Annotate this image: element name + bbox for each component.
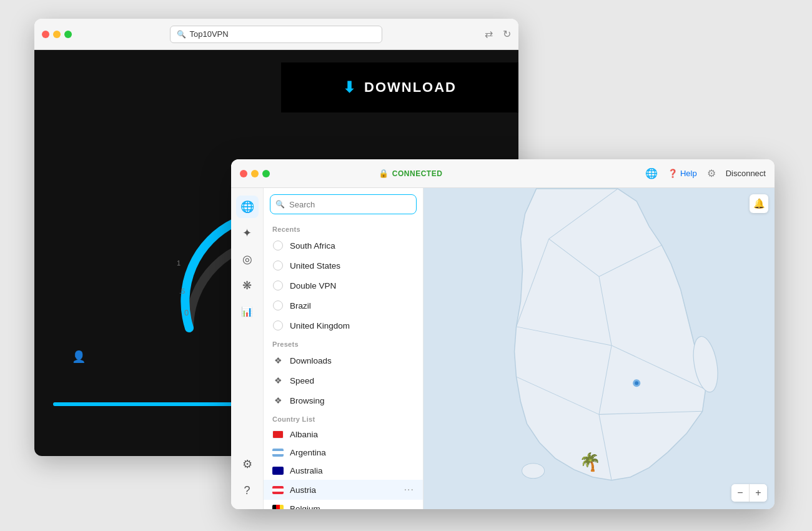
address-bar[interactable]: 🔍 Top10VPN (170, 26, 382, 43)
bell-icon: 🔔 (753, 198, 765, 209)
address-text: Top10VPN (190, 29, 229, 39)
translate-icon[interactable]: ⇄ (485, 28, 493, 40)
svg-text:0: 0 (184, 308, 189, 317)
reload-icon[interactable]: ↻ (503, 28, 511, 40)
vpn-titlebar: 🔒 CONNECTED 🌐 ❓ Help ⚙ Disconnect (231, 159, 775, 188)
country-name: Austria (290, 485, 316, 495)
sidebar-item-help[interactable]: ? (236, 479, 259, 502)
presets-label: Presets (264, 335, 423, 350)
recent-south-africa[interactable]: South Africa (264, 236, 423, 256)
vpn-traffic-lights (240, 170, 270, 177)
user-icon: 👤 (72, 350, 86, 364)
preset-speed[interactable]: ❖ Speed (264, 370, 423, 390)
sidebar-item-settings[interactable]: ⚙ (236, 453, 259, 475)
country-list-scroll: Recents South Africa United States Doubl… (264, 221, 423, 509)
country-albania[interactable]: Albania (264, 425, 423, 444)
sidebar-item-target[interactable]: ◎ (236, 248, 259, 270)
country-austria[interactable]: Austria ··· (264, 480, 423, 500)
settings-nav-icon: ⚙ (242, 457, 252, 471)
help-label: Help (680, 169, 697, 178)
svg-text:🌴: 🌴 (579, 451, 602, 472)
vpn-close-btn[interactable] (240, 170, 247, 177)
recent-icon-sa (272, 240, 284, 251)
more-options-icon[interactable]: ··· (404, 484, 414, 495)
recent-item-label: South Africa (290, 241, 335, 251)
preset-speed-icon: ❖ (272, 375, 284, 386)
sidebar-icons: 🌐 ✦ ◎ ❋ 📊 ⚙ ? (231, 188, 264, 509)
recent-uk[interactable]: United Kingdom (264, 315, 423, 335)
country-name: Belgium (290, 504, 320, 509)
country-list-label: Country List (264, 410, 423, 425)
globe-nav-icon: 🌐 (240, 200, 254, 214)
svg-point-15 (635, 381, 638, 385)
search-icon: 🔍 (275, 200, 285, 209)
download-label: DOWNLOAD (364, 79, 457, 96)
zoom-in-button[interactable]: + (750, 484, 767, 502)
recent-item-label: United States (290, 261, 340, 270)
back-minimize-btn[interactable] (53, 31, 61, 38)
svg-text:.5: .5 (179, 287, 185, 295)
svg-text:1: 1 (177, 259, 181, 267)
vpn-body: 🌐 ✦ ◎ ❋ 📊 ⚙ ? 🔍 (231, 188, 775, 509)
country-belgium[interactable]: Belgium (264, 500, 423, 509)
sidebar-item-nodes[interactable]: ✦ (236, 222, 259, 244)
help-nav-icon: ? (244, 484, 250, 497)
svg-point-12 (522, 464, 545, 479)
flag-belgium (272, 505, 284, 509)
vpn-maximize-btn[interactable] (262, 170, 270, 177)
recent-icon-uk (272, 320, 284, 331)
recent-united-states[interactable]: United States (264, 256, 423, 275)
back-close-btn[interactable] (42, 31, 49, 38)
map-svg: 🌴 (423, 188, 775, 509)
map-area: 🌴 🔔 − + (423, 188, 775, 509)
download-icon: ⬇ (343, 79, 357, 96)
recent-item-label: Brazil (290, 301, 311, 310)
sidebar-item-globe[interactable]: 🌐 (236, 196, 259, 218)
disconnect-button[interactable]: Disconnect (726, 167, 766, 179)
recent-icon-us (272, 260, 284, 271)
download-banner: ⬇ DOWNLOAD (281, 62, 518, 112)
notifications-button[interactable]: 🔔 (750, 194, 768, 213)
connected-badge: 🔒 CONNECTED (379, 169, 442, 178)
connected-label: CONNECTED (392, 169, 443, 178)
zoom-controls: − + (731, 484, 767, 502)
back-maximize-btn[interactable] (64, 31, 72, 38)
recent-icon-br (272, 300, 284, 311)
flag-austria (272, 486, 284, 494)
help-button[interactable]: ❓ Help (668, 169, 697, 178)
country-name: Albania (290, 430, 318, 439)
preset-item-label: Browsing (290, 396, 325, 405)
stats-icon: 📊 (241, 306, 253, 317)
preset-downloads-icon: ❖ (272, 355, 284, 366)
lock-icon: 🔒 (379, 169, 389, 178)
layers-icon: ❋ (242, 279, 252, 292)
preset-browsing-icon: ❖ (272, 395, 284, 406)
country-panel: 🔍 Recents South Africa United States Dou… (264, 188, 423, 509)
flag-australia (272, 467, 284, 475)
recent-brazil[interactable]: Brazil (264, 295, 423, 315)
country-australia[interactable]: Australia (264, 462, 423, 480)
recent-double-vpn[interactable]: Double VPN (264, 275, 423, 295)
country-name: Argentina (290, 448, 326, 457)
globe-icon[interactable]: 🌐 (645, 167, 658, 179)
country-argentina[interactable]: Argentina (264, 444, 423, 462)
flag-argentina (272, 449, 284, 457)
vpn-minimize-btn[interactable] (251, 170, 259, 177)
titlebar-right: 🌐 ❓ Help ⚙ Disconnect (645, 167, 766, 179)
back-titlebar: 🔍 Top10VPN ⇄ ↻ (34, 19, 518, 50)
preset-browsing[interactable]: ❖ Browsing (264, 390, 423, 410)
recent-item-label: United Kingdom (290, 321, 350, 330)
back-traffic-lights (42, 31, 72, 38)
titlebar-settings-icon[interactable]: ⚙ (707, 167, 716, 179)
sidebar-item-layers[interactable]: ❋ (236, 274, 259, 297)
zoom-out-button[interactable]: − (731, 484, 749, 502)
preset-item-label: Downloads (290, 356, 332, 365)
recent-icon-dvpn (272, 280, 284, 291)
sidebar-item-stats[interactable]: 📊 (236, 300, 259, 323)
target-icon: ◎ (242, 252, 252, 266)
recent-item-label: Double VPN (290, 281, 336, 290)
nodes-icon: ✦ (242, 226, 252, 240)
preset-downloads[interactable]: ❖ Downloads (264, 350, 423, 370)
help-circle-icon: ❓ (668, 169, 678, 178)
search-input[interactable] (270, 194, 417, 214)
